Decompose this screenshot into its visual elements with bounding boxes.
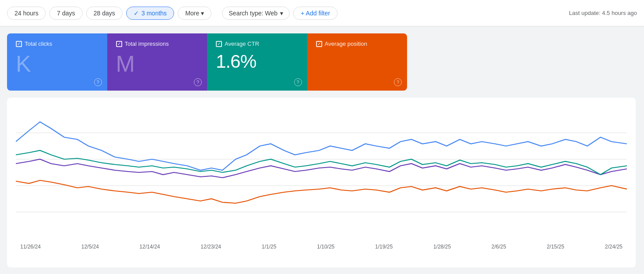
x-label-4: 1/1/25 [262,244,276,250]
impressions-line [16,159,627,178]
x-label-5: 1/10/25 [317,244,335,250]
search-type-label: Search type: Web [229,10,277,17]
clicks-label: Total clicks [25,40,52,47]
filter-3months-label: 3 months [142,10,167,17]
metric-card-ctr[interactable]: Average CTR 1.6% ? [207,33,307,91]
impressions-value: M [116,52,199,75]
last-update-text: Last update: 4.5 hours ago [569,10,637,16]
ctr-label-row: Average CTR [216,40,298,47]
search-type-button[interactable]: Search type: Web ▾ [222,7,290,20]
impressions-label: Total impressions [125,40,169,47]
clicks-label-row: Total clicks [16,40,98,47]
active-check-icon: ✓ [134,10,139,17]
impressions-checkbox[interactable] [116,41,122,47]
ctr-help-icon[interactable]: ? [294,78,302,86]
filter-3months[interactable]: ✓ 3 months [126,7,175,20]
clicks-checkbox[interactable] [16,41,22,47]
more-label: More [185,10,199,17]
ctr-value: 1.6% [216,52,298,71]
impressions-help-icon[interactable]: ? [194,78,202,86]
filter-7days[interactable]: 7 days [49,7,82,20]
position-label-row: Average position [316,40,399,47]
x-label-0: 11/26/24 [20,244,41,250]
metric-card-impressions[interactable]: Total impressions M ? [107,33,207,91]
x-label-1: 12/5/24 [81,244,99,250]
clicks-help-icon[interactable]: ? [94,78,102,86]
x-label-8: 2/6/25 [491,244,506,250]
filter-group: Search type: Web ▾ + Add filter [222,7,338,20]
x-label-2: 12/14/24 [139,244,160,250]
impressions-label-row: Total impressions [116,40,199,47]
metric-card-clicks[interactable]: Total clicks K ? [7,33,107,91]
x-label-7: 1/28/25 [433,244,451,250]
more-dropdown-icon: ▾ [201,10,204,17]
chart-svg [16,106,627,238]
filter-24hours[interactable]: 24 hours [7,7,46,20]
ctr-line [16,150,627,175]
main-content: Total clicks K ? Total impressions M ? A… [0,26,644,274]
filter-28days[interactable]: 28 days [86,7,123,20]
ctr-label: Average CTR [225,40,259,47]
position-help-icon[interactable]: ? [394,78,402,86]
add-filter-button[interactable]: + Add filter [293,7,338,20]
search-type-dropdown-icon: ▾ [280,10,283,17]
position-checkbox[interactable] [316,41,322,47]
x-label-3: 12/23/24 [200,244,221,250]
metrics-row: Total clicks K ? Total impressions M ? A… [7,33,407,91]
position-line [16,180,627,203]
filter-more[interactable]: More ▾ [178,7,211,20]
metric-card-position[interactable]: Average position ? [307,33,408,91]
x-label-9: 2/15/25 [547,244,564,250]
x-axis-labels: 11/26/24 12/5/24 12/14/24 12/23/24 1/1/2… [16,240,627,250]
position-label: Average position [325,40,367,47]
ctr-checkbox[interactable] [216,41,222,47]
toolbar: 24 hours 7 days 28 days ✓ 3 months More … [0,0,644,26]
x-label-10: 2/24/25 [605,244,622,250]
clicks-value: K [16,52,98,75]
chart-container: 11/26/24 12/5/24 12/14/24 12/23/24 1/1/2… [7,98,636,267]
x-label-6: 1/19/25 [375,244,393,250]
